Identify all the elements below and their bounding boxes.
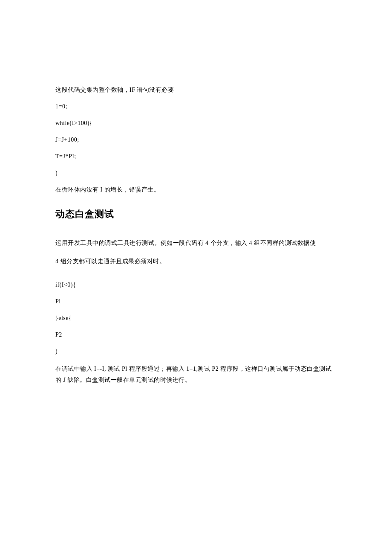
code-line: Pl	[55, 297, 337, 306]
code-line: J=J+100;	[55, 135, 337, 144]
spacer	[55, 274, 337, 280]
text-line: 在循环体内没有 I 的增长，错误产生。	[55, 185, 337, 194]
code-line: 1=0;	[55, 102, 337, 111]
paragraph-line: 4 组分支都可以走通并且成果必须对时。	[55, 256, 337, 267]
text-line: 这段代码交集为整个数轴，IF 语句没有必要	[55, 85, 337, 94]
code-line: }else{	[55, 314, 337, 323]
code-line: T=J*PI;	[55, 152, 337, 161]
code-line: P2	[55, 330, 337, 339]
code-line: )	[55, 169, 337, 177]
code-line: while(I>100){	[55, 119, 337, 128]
paragraph-line: 运用开发工具中的调式工具进行测试。例如一段代码有 4 个分支，输入 4 组不同样…	[55, 238, 337, 248]
section-heading: 动态白盒测试	[55, 208, 337, 221]
paragraph: 在调试中输入 I=-I, 测试 Pl 程序段通过；再输入 1=1,测试 P2 程…	[55, 363, 337, 385]
code-line: )	[55, 347, 337, 356]
code-line: if(I<0){	[55, 280, 337, 289]
document-page: 这段代码交集为整个数轴，IF 语句没有必要 1=0; while(I>100){…	[0, 0, 392, 436]
